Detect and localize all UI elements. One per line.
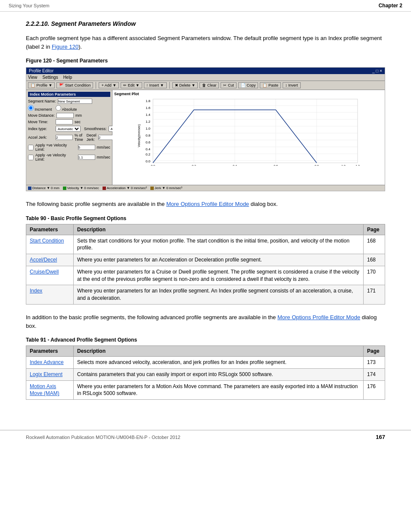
table90-param-1: Start Condition	[26, 235, 74, 254]
table90-page-2: 168	[364, 254, 385, 266]
toolbar-add[interactable]: + Add ▼	[99, 82, 119, 88]
index-link[interactable]: Index	[30, 288, 42, 294]
panel-title: Index Motion Parameters	[28, 92, 110, 97]
index-advance-link[interactable]: Index Advance	[30, 359, 64, 365]
left-panel: Index Motion Parameters Segment Name: In…	[26, 90, 112, 185]
segment-name-input[interactable]	[58, 99, 92, 104]
menu-help[interactable]: Help	[63, 75, 72, 80]
accel-jerk-label: Accel Jerk:	[28, 135, 54, 140]
svg-text:1.2: 1.2	[355, 165, 360, 166]
toolbar-paste[interactable]: 📋 Paste	[260, 82, 281, 88]
toolbar-edit[interactable]: ✏ Edit ▼	[121, 82, 142, 88]
table90-header-row: Parameters Description Page	[26, 224, 385, 235]
distance-unit: mm	[54, 186, 59, 190]
table90-page-3: 170	[364, 266, 385, 285]
toolbar-copy[interactable]: 📄 Copy	[238, 82, 258, 88]
table90-desc-4: Where you enter parameters for an Index …	[74, 285, 364, 305]
move-distance-input[interactable]	[56, 113, 74, 118]
apply-vel-neg-label: Apply -ve Velocity Limit:	[35, 153, 76, 162]
velocity-swatch	[63, 187, 66, 190]
table91-desc-2: Contains parameters that you can easily …	[74, 368, 364, 380]
footer-page: 167	[376, 434, 385, 440]
segment-plot-area: Segment Plot 1.8 1.6 1.4 1.2 1.0 0.8 0.6…	[112, 90, 385, 185]
increment-radio-label[interactable]: Increment	[28, 105, 52, 112]
figure-label: Figure 120 - Segment Parameters	[26, 58, 385, 64]
segment-name-label: Segment Name:	[28, 99, 56, 103]
logix-element-link[interactable]: Logix Element	[30, 371, 62, 377]
accel-jerk-input[interactable]	[56, 135, 73, 140]
svg-text:0.6: 0.6	[146, 140, 151, 144]
jerk-unit: mm/sec³	[169, 186, 182, 190]
index-type-select[interactable]: Automatic	[56, 126, 81, 132]
absolute-radio-label[interactable]: Absolute	[56, 105, 77, 112]
svg-text:0.8: 0.8	[146, 134, 151, 137]
segment-name-row: Segment Name:	[28, 99, 110, 104]
menu-settings[interactable]: Settings	[43, 75, 58, 80]
intro-paragraph: Each profile segment type has a differen…	[26, 34, 385, 51]
start-condition-link[interactable]: Start Condition	[30, 238, 64, 244]
distance-value: 0	[51, 186, 53, 190]
acceleration-sep: ▼	[127, 186, 130, 190]
toolbar-profile[interactable]: 📋 Profile ▼	[28, 82, 55, 88]
svg-text:Velocity(mm/sec): Velocity(mm/sec)	[137, 124, 141, 147]
jerk-sep: ▼	[162, 186, 165, 190]
table91-param-2: Logix Element	[26, 368, 74, 380]
table91-col-params: Parameters	[26, 346, 74, 357]
more-options-link-2[interactable]: More Options Profile Editor Mode	[277, 314, 360, 320]
header-right: Chapter 2	[379, 3, 402, 9]
table91-col-page: Page	[364, 346, 385, 357]
apply-vel-pos-checkbox[interactable]	[28, 145, 34, 150]
move-time-input[interactable]	[56, 119, 73, 124]
velocity-value: 0	[84, 186, 86, 190]
menu-view[interactable]: View	[28, 75, 37, 80]
accel-decel-link[interactable]: Accel/Decel	[30, 257, 57, 263]
jerk-label: Jerk	[155, 186, 161, 190]
table90-desc-2: Where you enter parameters for an Accele…	[74, 254, 364, 266]
toolbar-insert[interactable]: ↑ Insert ▼	[144, 82, 167, 88]
table-90: Parameters Description Page Start Condit…	[26, 224, 385, 305]
app-menubar: View Settings Help	[26, 74, 385, 81]
acceleration-label: Acceleration	[107, 186, 126, 190]
figure-120-link[interactable]: Figure 120	[52, 44, 78, 50]
more-options-link-1[interactable]: More Options Profile Editor Mode	[166, 201, 249, 207]
distance-swatch	[28, 187, 31, 190]
acceleration-value: 0	[131, 186, 133, 190]
table90-page-4: 171	[364, 285, 385, 305]
toolbar-invert[interactable]: ↕ Invert	[283, 82, 301, 88]
index-type-label: Index type:	[28, 127, 54, 131]
increment-radio[interactable]	[28, 105, 34, 111]
table91-desc-1: Selects more advanced velocity, accelera…	[74, 357, 364, 369]
table91-param-3: Motion Axis Move (MAM)	[26, 380, 74, 400]
footer-left: Rockwell Automation Publication MOTION-U…	[26, 435, 181, 440]
apply-vel-pos-label: Apply +ve Velocity Limit:	[35, 143, 76, 152]
app-toolbar: 📋 Profile ▼ 🚩 Start Condition + Add ▼ ✏ …	[26, 81, 385, 90]
toolbar-start-condition[interactable]: 🚩 Start Condition	[56, 82, 93, 88]
table-91: Parameters Description Page Index Advanc…	[26, 345, 385, 400]
move-distance-unit: mm	[75, 113, 82, 118]
toolbar-cut[interactable]: ✂ Cut	[221, 82, 237, 88]
toolbar-delete[interactable]: ✖ Delete ▼	[172, 82, 198, 88]
motion-axis-move-link[interactable]: Motion Axis Move (MAM)	[30, 383, 59, 397]
apply-vel-neg-input[interactable]	[78, 155, 95, 160]
section-heading: 2.2.2.10. Segment Parameters Window	[26, 20, 385, 27]
toolbar-clear[interactable]: 🗑 Clear	[199, 82, 219, 88]
apply-vel-neg-checkbox[interactable]	[28, 155, 34, 160]
apply-vel-pos-input[interactable]	[78, 145, 95, 150]
table-row: Accel/Decel Where you enter parameters f…	[26, 254, 385, 266]
svg-text:0.2: 0.2	[146, 152, 151, 156]
header-left: Sizing Your System	[9, 3, 50, 8]
apply-vel-pos-row: Apply +ve Velocity Limit: mm/sec	[28, 143, 110, 152]
svg-text:0.4: 0.4	[146, 147, 151, 151]
svg-text:0.4: 0.4	[233, 165, 237, 166]
svg-text:0.6: 0.6	[274, 165, 278, 166]
accel-jerk-unit: % of Time	[75, 133, 83, 142]
table90-col-page: Page	[364, 224, 385, 235]
index-type-row: Index type: Automatic Smoothness: Automa…	[28, 126, 110, 132]
apply-vel-pos-unit: mm/sec	[97, 145, 111, 149]
cruise-dwell-link[interactable]: Cruise/Dwell	[30, 269, 59, 275]
plot-title: Segment Plot	[114, 92, 383, 96]
table90-label: Table 90 - Basic Profile Segment Options	[26, 215, 385, 221]
velocity-sep: ▼	[80, 186, 83, 190]
acceleration-stat: Acceleration ▼ 0 mm/sec²	[103, 186, 147, 190]
absolute-radio[interactable]	[56, 105, 61, 111]
